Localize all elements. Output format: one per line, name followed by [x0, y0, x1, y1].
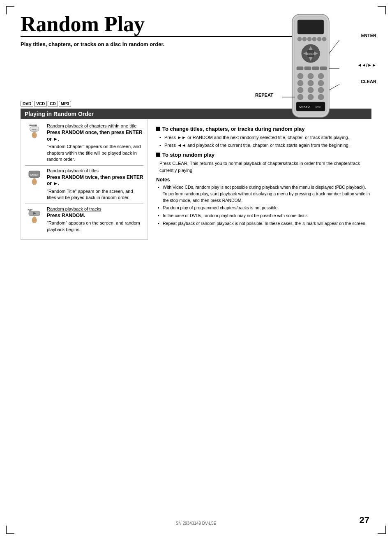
section2-title-row: To stop random play [156, 152, 371, 158]
clear-label: CLEAR [361, 79, 376, 84]
left-column: RANDOM RAND Random playback of chapters … [21, 119, 148, 240]
step-1-link: Random playback of chapters within one t… [47, 123, 143, 128]
step-2-link: Random playback of titles [47, 168, 143, 173]
footer-text: SN 29343149 DV-L5E [176, 521, 216, 526]
page: ENTER ONKYO DVD [0, 0, 392, 540]
step-1-text: Random playback of chapters within one t… [47, 123, 143, 162]
svg-text:DVD: DVD [316, 106, 321, 108]
step-2-description: "Random Title" appears on the screen, an… [47, 188, 143, 201]
step-1-description: "Random Chapter" appears on the screen, … [47, 144, 143, 162]
section2-body: Press CLEAR. This returns you to normal … [156, 160, 371, 174]
svg-point-29 [318, 87, 324, 93]
random-button-icon: RANDOM RAND [25, 123, 44, 162]
svg-point-21 [297, 73, 303, 79]
step-3-link: Random playback of tracks [47, 206, 143, 211]
enter-button-icon: ENTER [25, 168, 44, 201]
divider-1 [25, 165, 143, 166]
ff-rew-label: ◄◄/►► [357, 63, 376, 67]
remote-svg: ENTER ONKYO DVD [270, 12, 348, 125]
page-footer: SN 29343149 DV-L5E [0, 521, 392, 526]
svg-point-8 [322, 37, 326, 41]
svg-point-53 [32, 216, 36, 220]
svg-rect-19 [312, 67, 319, 70]
page-number: 27 [360, 515, 369, 526]
corner-mark-bl [6, 526, 14, 534]
svg-text:RANDOM: RANDOM [29, 125, 37, 127]
svg-point-25 [308, 80, 314, 86]
black-square-1 [156, 127, 160, 131]
svg-point-24 [297, 80, 303, 86]
step-3: PLAY Random playback of tracks Press RAN… [25, 206, 143, 233]
svg-point-3 [297, 37, 302, 41]
note-4: Repeat playback of random playback is no… [158, 220, 371, 227]
corner-mark-tl [6, 6, 14, 14]
svg-text:RAND: RAND [31, 129, 37, 131]
page-title: Random Play [21, 12, 296, 36]
title-underline [21, 36, 296, 37]
main-content: RANDOM RAND Random playback of chapters … [21, 119, 371, 240]
step-1-instruction: Press RANDOM once, then press ENTER or ►… [47, 130, 143, 142]
badge-mp3: MP3 [59, 101, 71, 107]
svg-rect-20 [320, 67, 327, 70]
svg-point-31 [308, 94, 314, 100]
badge-dvd: DVD [21, 101, 33, 107]
svg-text:ONKYO: ONKYO [299, 105, 310, 108]
svg-point-5 [307, 37, 311, 41]
corner-mark-tr [378, 6, 386, 14]
badge-vcd: VCD [34, 101, 47, 107]
badge-cd: CD [48, 101, 58, 107]
step-2-instruction: Press RANDOM twice, then press ENTER or … [47, 174, 143, 187]
svg-point-26 [318, 80, 324, 86]
svg-text:PLAY: PLAY [28, 209, 32, 211]
svg-point-23 [318, 73, 324, 79]
note-1: With Video CDs, random play is not possi… [158, 184, 371, 204]
play-button-icon: PLAY [25, 206, 44, 233]
section2-title: To stop random play [162, 152, 214, 158]
svg-point-44 [32, 132, 36, 136]
step-3-description: "Random" appears on the screen, and rand… [47, 220, 143, 233]
step-3-instruction: Press RANDOM. [47, 213, 143, 219]
black-square-2 [156, 153, 160, 157]
notes-title: Notes [156, 177, 371, 183]
svg-point-27 [297, 87, 303, 93]
repeat-label: REPEAT [255, 93, 273, 97]
svg-point-6 [312, 37, 316, 41]
remote-illustration: ENTER ONKYO DVD [270, 12, 372, 132]
section1-bullets: Press ►► or RANDOM and the next randomly… [156, 134, 371, 148]
svg-rect-17 [297, 67, 303, 70]
step-2-text: Random playback of titles Press RANDOM t… [47, 168, 143, 201]
step-2: ENTER Random playback of titles Press RA… [25, 168, 143, 201]
svg-rect-2 [297, 20, 324, 34]
divider-2 [25, 204, 143, 204]
svg-line-38 [329, 84, 339, 90]
title-section: Random Play Play titles, chapters, or tr… [21, 12, 296, 47]
right-column: To change titles, chapters, or tracks du… [156, 119, 371, 240]
svg-rect-18 [304, 67, 311, 70]
svg-line-36 [329, 40, 339, 53]
svg-point-28 [308, 87, 314, 93]
svg-text:ENTER: ENTER [30, 173, 38, 176]
section1-bullet-1: Press ►► or RANDOM and the next randomly… [159, 134, 371, 141]
notes-list: With Video CDs, random play is not possi… [156, 184, 371, 227]
note-2: Random play of programmed chapters/track… [158, 205, 371, 211]
svg-point-7 [317, 37, 321, 41]
corner-mark-br [378, 526, 386, 534]
svg-point-30 [297, 94, 303, 100]
subtitle: Play titles, chapters, or tracks on a di… [21, 41, 296, 47]
section1-bullet-2: Press ◄◄ and playback of the current tit… [159, 142, 371, 149]
svg-point-4 [302, 37, 307, 41]
step-3-text: Random playback of tracks Press RANDOM. … [47, 206, 143, 233]
svg-point-32 [318, 94, 324, 100]
step-1: RANDOM RAND Random playback of chapters … [25, 123, 143, 162]
svg-point-48 [32, 178, 36, 182]
svg-text:ENTER: ENTER [307, 53, 314, 55]
svg-point-22 [308, 73, 314, 79]
note-3: In the case of DVDs, random playback may… [158, 213, 371, 219]
enter-label: ENTER [361, 33, 376, 38]
